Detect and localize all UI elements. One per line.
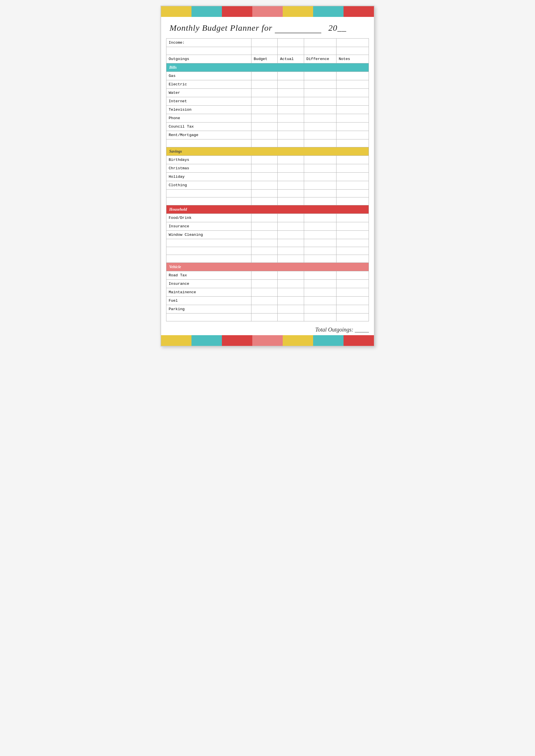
item-cell-vehicle-3-0[interactable] [251, 297, 277, 305]
item-cell-vehicle-0-2[interactable] [304, 271, 336, 280]
item-cell-savings-3-2[interactable] [304, 181, 336, 189]
item-cell-vehicle-4-1[interactable] [278, 305, 304, 313]
item-cell-bills-1-0[interactable] [251, 80, 277, 89]
item-cell-vehicle-2-2[interactable] [304, 288, 336, 297]
item-cell-bills-8-2[interactable] [304, 139, 336, 147]
item-cell-bills-0-0[interactable] [251, 72, 277, 80]
item-cell-vehicle-3-2[interactable] [304, 297, 336, 305]
item-cell-bills-5-0[interactable] [251, 114, 277, 123]
item-cell-bills-4-0[interactable] [251, 106, 277, 114]
item-cell-bills-4-2[interactable] [304, 106, 336, 114]
item-cell-bills-7-0[interactable] [251, 131, 277, 139]
item-cell-savings-0-3[interactable] [336, 156, 369, 164]
item-cell-vehicle-2-0[interactable] [251, 288, 277, 297]
item-cell-bills-6-2[interactable] [304, 123, 336, 131]
item-cell-household-1-2[interactable] [304, 222, 336, 231]
item-cell-household-0-2[interactable] [304, 214, 336, 222]
item-cell-household-1-3[interactable] [336, 222, 369, 231]
item-cell-vehicle-3-3[interactable] [336, 297, 369, 305]
item-cell-savings-2-2[interactable] [304, 173, 336, 181]
item-cell-bills-2-2[interactable] [304, 89, 336, 97]
item-cell-bills-0-2[interactable] [304, 72, 336, 80]
item-cell-vehicle-5-2[interactable] [304, 313, 336, 321]
item-cell-savings-5-3[interactable] [336, 197, 369, 205]
item-cell-savings-2-1[interactable] [278, 173, 304, 181]
item-cell-savings-1-1[interactable] [278, 164, 304, 173]
item-cell-household-3-0[interactable] [251, 239, 277, 247]
item-cell-savings-1-3[interactable] [336, 164, 369, 173]
item-cell-household-5-3[interactable] [336, 255, 369, 263]
item-cell-household-4-0[interactable] [251, 247, 277, 255]
item-cell-bills-2-3[interactable] [336, 89, 369, 97]
item-cell-bills-0-1[interactable] [278, 72, 304, 80]
item-cell-bills-8-1[interactable] [278, 139, 304, 147]
item-cell-household-5-2[interactable] [304, 255, 336, 263]
item-cell-savings-3-0[interactable] [251, 181, 277, 189]
item-cell-household-5-1[interactable] [278, 255, 304, 263]
item-cell-bills-6-1[interactable] [278, 123, 304, 131]
item-cell-vehicle-1-0[interactable] [251, 280, 277, 288]
item-cell-household-3-1[interactable] [278, 239, 304, 247]
item-cell-savings-5-1[interactable] [278, 197, 304, 205]
item-cell-household-2-2[interactable] [304, 231, 336, 239]
item-cell-household-0-1[interactable] [278, 214, 304, 222]
item-cell-bills-5-2[interactable] [304, 114, 336, 123]
item-cell-household-4-1[interactable] [278, 247, 304, 255]
income-budget[interactable] [251, 39, 277, 47]
item-cell-household-2-0[interactable] [251, 231, 277, 239]
item-cell-bills-4-1[interactable] [278, 106, 304, 114]
item-cell-savings-4-3[interactable] [336, 189, 369, 197]
item-cell-vehicle-1-1[interactable] [278, 280, 304, 288]
item-cell-bills-7-3[interactable] [336, 131, 369, 139]
item-cell-bills-0-3[interactable] [336, 72, 369, 80]
item-cell-savings-1-2[interactable] [304, 164, 336, 173]
item-cell-household-3-3[interactable] [336, 239, 369, 247]
income-difference[interactable] [304, 39, 336, 47]
item-cell-bills-1-1[interactable] [278, 80, 304, 89]
item-cell-savings-2-3[interactable] [336, 173, 369, 181]
item-cell-household-5-0[interactable] [251, 255, 277, 263]
item-cell-vehicle-4-3[interactable] [336, 305, 369, 313]
item-cell-bills-2-0[interactable] [251, 89, 277, 97]
item-cell-savings-0-2[interactable] [304, 156, 336, 164]
item-cell-bills-8-3[interactable] [336, 139, 369, 147]
item-cell-bills-3-3[interactable] [336, 97, 369, 106]
item-cell-household-1-1[interactable] [278, 222, 304, 231]
item-cell-household-4-2[interactable] [304, 247, 336, 255]
item-cell-bills-7-2[interactable] [304, 131, 336, 139]
income-notes[interactable] [336, 39, 369, 47]
item-cell-household-1-0[interactable] [251, 222, 277, 231]
item-cell-vehicle-0-1[interactable] [278, 271, 304, 280]
item-cell-household-3-2[interactable] [304, 239, 336, 247]
item-cell-bills-3-2[interactable] [304, 97, 336, 106]
income-actual[interactable] [278, 39, 304, 47]
item-cell-bills-6-3[interactable] [336, 123, 369, 131]
item-cell-bills-2-1[interactable] [278, 89, 304, 97]
item-cell-household-0-3[interactable] [336, 214, 369, 222]
item-cell-vehicle-3-1[interactable] [278, 297, 304, 305]
item-cell-savings-4-2[interactable] [304, 189, 336, 197]
item-cell-bills-6-0[interactable] [251, 123, 277, 131]
item-cell-household-2-1[interactable] [278, 231, 304, 239]
item-cell-vehicle-2-1[interactable] [278, 288, 304, 297]
item-cell-vehicle-5-0[interactable] [251, 313, 277, 321]
item-cell-vehicle-2-3[interactable] [336, 288, 369, 297]
item-cell-household-4-3[interactable] [336, 247, 369, 255]
item-cell-savings-4-0[interactable] [251, 189, 277, 197]
item-cell-household-2-3[interactable] [336, 231, 369, 239]
item-cell-savings-3-3[interactable] [336, 181, 369, 189]
item-cell-household-0-0[interactable] [251, 214, 277, 222]
item-cell-savings-5-0[interactable] [251, 197, 277, 205]
item-cell-vehicle-0-0[interactable] [251, 271, 277, 280]
item-cell-savings-0-1[interactable] [278, 156, 304, 164]
item-cell-bills-5-1[interactable] [278, 114, 304, 123]
item-cell-bills-7-1[interactable] [278, 131, 304, 139]
item-cell-bills-3-0[interactable] [251, 97, 277, 106]
item-cell-bills-4-3[interactable] [336, 106, 369, 114]
item-cell-vehicle-1-2[interactable] [304, 280, 336, 288]
item-cell-vehicle-0-3[interactable] [336, 271, 369, 280]
item-cell-bills-1-2[interactable] [304, 80, 336, 89]
item-cell-bills-8-0[interactable] [251, 139, 277, 147]
item-cell-savings-3-1[interactable] [278, 181, 304, 189]
item-cell-bills-5-3[interactable] [336, 114, 369, 123]
